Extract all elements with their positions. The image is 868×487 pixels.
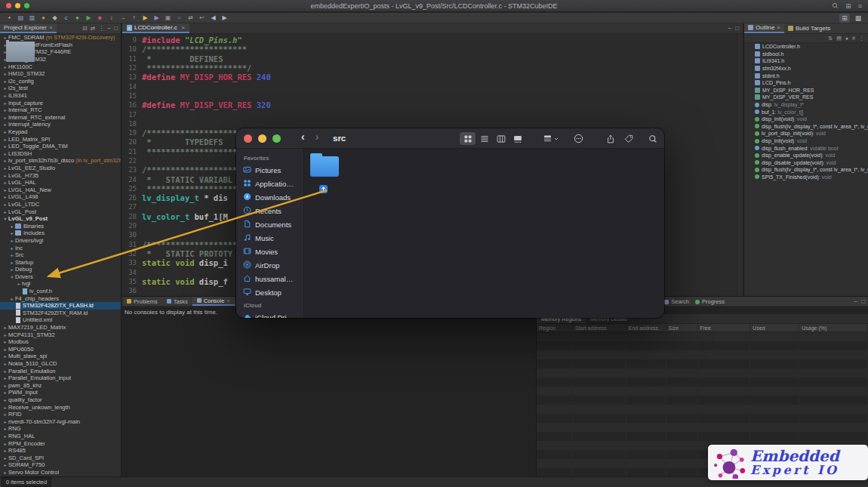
step-return-icon[interactable]: ↑ [129,14,139,23]
tree-item-lv-conf-h[interactable]: lv_conf.h [0,288,121,295]
tab-search[interactable]: Search [664,298,689,305]
list-view-button[interactable] [476,132,492,145]
tree-item-multi-slave-spi[interactable]: ▸Multi_slave_spi [0,353,121,360]
search-icon[interactable] [832,2,839,9]
chevron-right-icon[interactable]: ▸ [2,353,8,359]
code-line-16[interactable]: 16#define MY_DISP_VER_RES 320 [122,100,743,109]
tree-item-drivers-lvgl[interactable]: ▸Drivers/lvgl [0,237,121,245]
tree-item-input-capture[interactable]: ▸Input_capture [0,99,121,106]
last-edit-icon[interactable]: ↩ [197,14,207,23]
sidebar-item-movies[interactable]: Movies [236,245,303,258]
outline-item-spi5-tx-finished-void[interactable]: SPI5_TX_Finished(void) : void [744,174,868,181]
outline-item-ili9341-h[interactable]: ILI9341.h [744,57,868,65]
tree-item-binaries[interactable]: ▸Binaries [0,222,121,230]
tree-item-nokia-5110-glcd[interactable]: ▸Nokia_5110_GLCD [0,360,121,368]
close-icon[interactable]: × [181,24,185,31]
chevron-right-icon[interactable]: ▸ [2,383,8,388]
tree-item-internal-rtc-external[interactable]: ▸Internal_RTC_external [0,114,121,122]
hide-static-icon[interactable]: ● [845,35,848,41]
sidebar-item-recents[interactable]: Recents [236,204,303,217]
outline-item-my-disp-ver-res[interactable]: MY_DISP_VER_RES [744,94,868,101]
tree-item-rs485[interactable]: ▸RS485 [0,447,121,455]
tree-item-fmc-sdram[interactable]: ▸FMC_SDRAM (in STM32F429I-Discovery) [0,34,121,42]
tab-project-explorer[interactable]: Project Explorer × [0,23,57,33]
grid-icon[interactable]: ⊞ [845,2,851,10]
build-icon[interactable]: ● [38,14,48,23]
tree-item-mpu6050[interactable]: ▸MPU6050 [0,346,121,353]
sidebar-item-music[interactable]: Music [236,231,303,245]
tree-item-stm32f428zitx-flash-ld[interactable]: STM32F428ZITX_FLASH.ld [0,302,121,310]
chevron-right-icon[interactable]: ▸ [2,441,8,446]
build-all-icon[interactable]: ◆ [50,14,60,23]
tree-item-drivers[interactable]: ▾Drivers [0,273,121,281]
hide-macros-icon[interactable]: # [852,35,855,41]
tree-item-lvgl-post[interactable]: ▸LvGL_Post [0,208,121,215]
chevron-right-icon[interactable]: ▸ [2,361,8,366]
chevron-right-icon[interactable]: ▸ [2,426,8,431]
tab-progress[interactable]: Progress [695,298,725,305]
chevron-right-icon[interactable]: ▸ [2,122,8,127]
chevron-right-icon[interactable]: ▸ [2,397,8,402]
back-icon[interactable]: ◀ [208,14,218,23]
tab-build-targets[interactable]: Build Targets [784,23,834,33]
tree-item-i2s-test[interactable]: ▸i2s_test [0,85,121,92]
tree-item-debug[interactable]: ▸Debug [0,266,121,273]
close-icon[interactable]: × [49,24,53,31]
new-wizard-icon[interactable]: + [5,14,14,23]
tree-item-interrupt-latency[interactable]: ▸Interrupt_latency [0,121,121,128]
close-icon[interactable]: × [226,297,229,304]
tree-item-sdram-f750[interactable]: ▸SDRAM_F750 [0,461,121,469]
view-menu-icon[interactable]: ⋮ [98,25,104,32]
chevron-right-icon[interactable]: ▸ [2,173,8,178]
chevron-right-icon[interactable]: ▸ [2,64,8,69]
chevron-right-icon[interactable]: ▸ [2,165,8,171]
tree-item-lvgl-hal-new[interactable]: ▸LVGL_HAL_New [0,186,121,193]
sidebar-item-downloads[interactable]: Downloads [236,190,303,204]
coverage-icon[interactable]: ▣ [163,14,173,23]
sidebar-item-hussamal[interactable]: hussamal… [236,272,303,285]
tree-item-lvgl[interactable]: ▸lvgl [0,280,121,288]
tree-item-lvgl-h735[interactable]: ▸LvGL_H735 [0,171,121,179]
minimize-icon[interactable]: − [107,25,111,32]
code-line-15[interactable]: 15 [122,91,743,100]
chevron-right-icon[interactable]: ▸ [2,405,8,410]
tree-item-f4-chip-headers[interactable]: ▸F4_chip_headers [0,294,121,302]
tree-item-hm10-stm32[interactable]: ▸HM10_STM32 [0,70,121,78]
memory-col-used[interactable]: Used [750,324,799,331]
tree-item-lvgl-v9-post[interactable]: ▾LvGL_v9_Post [0,215,121,223]
tree-item-riverdi-70-stm32h7-lvgl-main[interactable]: ▸riverdi-70-stm32h7-lvgl-main [0,418,121,425]
tree-item-servo-motor-control[interactable]: ▸Servo Motor Control [0,469,121,476]
tab-outline[interactable]: Outline × [744,23,784,33]
chevron-right-icon[interactable]: ▸ [2,151,8,156]
external-tools-icon[interactable]: ▶ [152,14,162,23]
tree-item-pwm-input[interactable]: ▸PWM_input [0,389,121,396]
forward-icon[interactable]: ▶ [220,14,229,23]
tree-item-parallel-emulation-input[interactable]: ▸Parallel_Emulation_input [0,374,121,382]
chevron-right-icon[interactable]: ▸ [2,194,8,199]
code-line-18[interactable]: 18 [122,119,743,128]
tree-item-lv-port-stm32h7b3i-disco[interactable]: ▸lv_port_stm32h7b3i_disco (in lv_port_st… [0,157,121,165]
chevron-right-icon[interactable]: ▸ [9,230,15,236]
chevron-right-icon[interactable]: ▸ [2,375,8,381]
cpp-perspective-icon[interactable]: ▦ [853,14,863,23]
outline-item-stm32f4xx-h[interactable]: stm32f4xx.h [744,65,868,72]
tree-item-mcp4131-stm32[interactable]: ▸MCP4131_STM32 [0,331,121,338]
tree-item-sd-card-spi[interactable]: ▸SD_Card_SPI [0,454,121,461]
chevron-right-icon[interactable]: ▸ [2,79,8,84]
chevron-right-icon[interactable]: ▸ [9,296,15,301]
chevron-right-icon[interactable]: ▸ [2,137,8,142]
tree-item-rng[interactable]: ▸RNG [0,425,121,433]
chevron-right-icon[interactable]: ▸ [2,158,8,163]
sidebar-item-desktop[interactable]: Desktop [236,285,303,299]
view-menu-icon[interactable]: ⋮ [859,35,864,42]
chevron-right-icon[interactable]: ▸ [2,368,8,374]
step-over-icon[interactable]: → [118,14,128,23]
tree-item-lvgl-eez-studio[interactable]: ▸LvGL_EEZ_Studio [0,165,121,172]
close-window-button[interactable] [6,3,11,8]
chevron-right-icon[interactable]: ▸ [2,93,8,98]
outline-item-disp[interactable]: disp : lv_display_t* [744,101,868,109]
back-icon[interactable]: ‹ [301,131,305,143]
maximize-icon[interactable]: □ [114,25,118,32]
outline-item-lv-port-disp-init-void[interactable]: lv_port_disp_init(void) : void [744,130,868,137]
tab-lcdcontroller-c[interactable]: c LCDController.c × [122,23,189,33]
